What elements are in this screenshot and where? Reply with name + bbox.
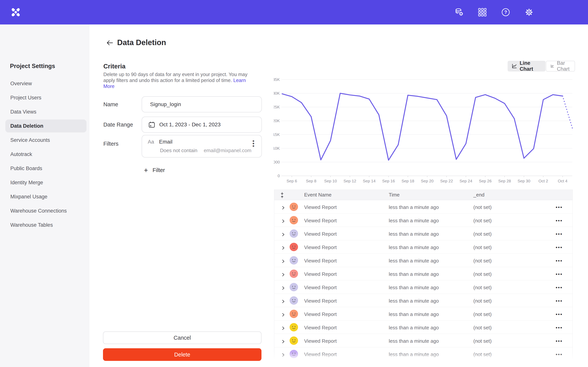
expand-chevron-icon[interactable]: [282, 232, 285, 238]
date-range-input[interactable]: Oct 1, 2023 - Dec 1, 2023: [142, 117, 262, 133]
filter-operator: Does not contain: [160, 148, 197, 153]
svg-text:Sep 26: Sep 26: [479, 179, 492, 183]
date-range-label: Date Range: [103, 122, 133, 128]
user-avatar: [290, 363, 298, 367]
expand-chevron-icon[interactable]: [282, 299, 285, 305]
table-row[interactable]: Viewed Report less than a minute ago (no…: [274, 214, 572, 227]
cell-end: (not set): [473, 311, 492, 317]
table-row[interactable]: Viewed Report less than a minute ago (no…: [274, 321, 572, 334]
table-row[interactable]: Viewed Report less than a minute ago (no…: [274, 227, 572, 240]
sidebar-item-warehouse-connections[interactable]: Warehouse Connections: [0, 204, 89, 218]
user-avatar: [290, 336, 298, 345]
add-filter-button[interactable]: + Filter: [144, 167, 165, 173]
column-header-end[interactable]: _end: [473, 192, 484, 198]
cell-event-name: Viewed Report: [304, 244, 337, 250]
row-actions-kebab-icon[interactable]: •••: [556, 325, 562, 331]
filter-card[interactable]: Aa Email ••• Does not contain email@mixp…: [142, 135, 262, 158]
collapse-sort-icon[interactable]: [280, 192, 284, 200]
expand-chevron-icon[interactable]: [282, 285, 285, 291]
sidebar-item-identity-merge[interactable]: Identity Merge: [0, 175, 89, 190]
table-row[interactable]: Viewed Report less than a minute ago (no…: [274, 294, 572, 307]
sidebar-item-warehouse-tables[interactable]: Warehouse Tables: [0, 218, 89, 232]
user-avatar: [290, 243, 298, 251]
table-row[interactable]: Viewed Report less than a minute ago (no…: [274, 254, 572, 267]
svg-text:35K: 35K: [274, 77, 280, 82]
plus-icon: +: [144, 167, 148, 173]
column-header-event-name[interactable]: Event Name: [304, 192, 331, 198]
row-actions-kebab-icon[interactable]: •••: [556, 258, 562, 264]
delete-button[interactable]: Delete: [103, 348, 261, 361]
table-row[interactable]: Viewed Report less than a minute ago (no…: [274, 334, 572, 347]
filter-value: email@mixpanel.com: [204, 148, 251, 153]
chart-type-toggle: Line Chart Bar Chart: [508, 61, 575, 72]
expand-chevron-icon[interactable]: [282, 312, 285, 318]
row-actions-kebab-icon[interactable]: •••: [556, 298, 562, 304]
sidebar-item-data-deletion[interactable]: Data Deletion: [5, 119, 86, 133]
expand-chevron-icon[interactable]: [282, 272, 285, 278]
row-actions-kebab-icon[interactable]: •••: [556, 231, 562, 237]
events-line-chart[interactable]: 05,00010K15K20K25K30K35KSep 6Sep 8Sep 10…: [274, 76, 580, 184]
table-row[interactable]: Viewed Report less than a minute ago (no…: [274, 200, 572, 214]
cell-end: (not set): [473, 218, 492, 224]
cell-event-name: Viewed Report: [304, 351, 337, 358]
svg-text:Sep 18: Sep 18: [402, 179, 415, 183]
table-row[interactable]: Viewed Report less than a minute ago (no…: [274, 307, 572, 321]
row-actions-kebab-icon[interactable]: •••: [556, 218, 562, 224]
cancel-button[interactable]: Cancel: [103, 332, 261, 344]
svg-text:Sep 24: Sep 24: [459, 179, 472, 183]
help-icon[interactable]: ?: [501, 8, 510, 17]
expand-chevron-icon[interactable]: [282, 205, 285, 211]
cell-event-name: Viewed Report: [304, 325, 337, 331]
table-row[interactable]: Viewed Report less than a minute ago (no…: [274, 280, 572, 294]
expand-chevron-icon[interactable]: [282, 218, 285, 225]
cell-end: (not set): [473, 285, 492, 291]
table-row[interactable]: Viewed Report less than a minute ago (no…: [274, 240, 572, 254]
data-management-icon[interactable]: [454, 8, 464, 17]
row-actions-kebab-icon[interactable]: •••: [556, 271, 562, 277]
sidebar-item-project-users[interactable]: Project Users: [0, 91, 89, 105]
name-input[interactable]: Signup_login: [142, 96, 262, 112]
row-actions-kebab-icon[interactable]: •••: [556, 351, 562, 358]
table-row[interactable]: Viewed Report less than a minute ago (no…: [274, 267, 572, 280]
table-row[interactable]: Viewed Report less than a minute ago (no…: [274, 347, 572, 361]
row-actions-kebab-icon[interactable]: •••: [556, 244, 562, 250]
expand-chevron-icon[interactable]: [282, 325, 285, 332]
user-avatar: [290, 283, 298, 291]
row-actions-kebab-icon[interactable]: •••: [556, 204, 562, 210]
svg-text:Sep 6: Sep 6: [286, 179, 297, 183]
sidebar-item-service-accounts[interactable]: Service Accounts: [0, 133, 89, 147]
line-chart-icon: [512, 63, 517, 69]
svg-text:Sep 20: Sep 20: [421, 179, 434, 183]
expand-chevron-icon[interactable]: [282, 245, 285, 251]
row-actions-kebab-icon[interactable]: •••: [556, 338, 562, 344]
sidebar-item-public-boards[interactable]: Public Boards: [0, 161, 89, 175]
sidebar-item-overview[interactable]: Overview: [0, 76, 89, 91]
expand-chevron-icon[interactable]: [282, 339, 285, 345]
sidebar-item-data-views[interactable]: Data Views: [0, 105, 89, 119]
sidebar-item-mixpanel-usage[interactable]: Mixpanel Usage: [0, 190, 89, 204]
cell-event-name: Viewed Report: [304, 231, 337, 237]
expand-chevron-icon[interactable]: [282, 366, 285, 367]
apps-grid-icon[interactable]: [478, 8, 487, 17]
line-chart-toggle[interactable]: Line Chart: [508, 61, 545, 72]
settings-gear-icon[interactable]: [524, 8, 534, 17]
row-actions-kebab-icon[interactable]: •••: [556, 365, 562, 367]
svg-text:Sep 8: Sep 8: [306, 179, 316, 183]
row-actions-kebab-icon[interactable]: •••: [556, 311, 562, 317]
calendar-icon: [148, 121, 156, 128]
cell-end: (not set): [473, 338, 492, 344]
svg-text:Sep 28: Sep 28: [498, 179, 511, 183]
column-header-time[interactable]: Time: [389, 192, 400, 198]
table-row[interactable]: Viewed Report less than a minute ago (no…: [274, 361, 572, 367]
bar-chart-toggle[interactable]: Bar Chart: [546, 61, 575, 72]
expand-chevron-icon[interactable]: [282, 259, 285, 265]
cell-time: less than a minute ago: [389, 285, 439, 291]
expand-chevron-icon[interactable]: [282, 352, 285, 358]
filter-menu-kebab-icon[interactable]: •••: [250, 140, 257, 147]
sidebar-item-autotrack[interactable]: Autotrack: [0, 147, 89, 161]
back-button[interactable]: [106, 39, 114, 47]
criteria-description: Delete up to 90 days of data for any eve…: [103, 72, 251, 89]
mixpanel-logo-icon[interactable]: [11, 8, 20, 17]
row-actions-kebab-icon[interactable]: •••: [556, 285, 562, 291]
svg-text:30K: 30K: [274, 91, 280, 95]
